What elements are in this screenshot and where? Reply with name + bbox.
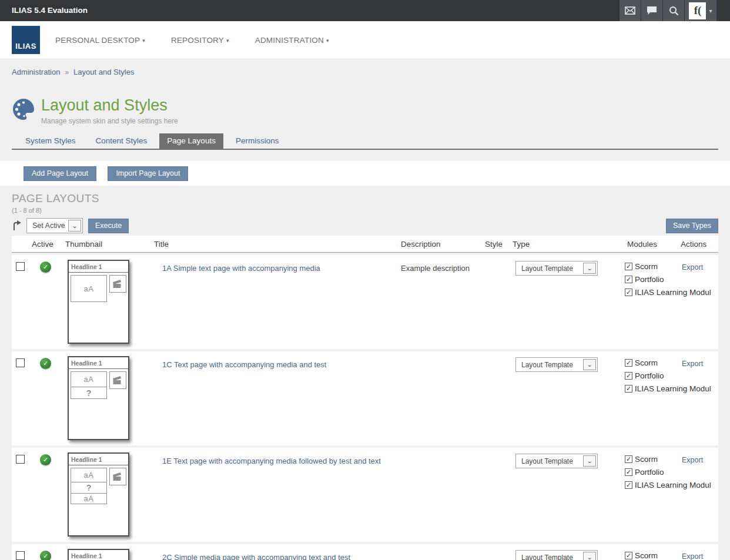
search-icon <box>669 6 679 16</box>
header-style: Style <box>479 236 508 252</box>
active-check-icon: ✓ <box>40 261 51 273</box>
module-item: ✓ILIAS Learning Modul <box>625 481 673 489</box>
tab-permissions[interactable]: Permissions <box>228 133 287 149</box>
question-block-icon: ? <box>71 482 107 494</box>
nav-administration[interactable]: ADMINISTRATION▾ <box>255 36 329 45</box>
bulk-action-select[interactable]: Set Active ⌄ <box>26 218 83 233</box>
breadcrumb-administration[interactable]: Administration <box>12 68 60 76</box>
type-select-value: Layout Template <box>516 454 582 468</box>
export-link[interactable]: Export <box>682 360 703 368</box>
table-row: ✓ Headline 1 aA?aA 1E Text page with acc… <box>12 448 718 542</box>
active-check-icon: ✓ <box>40 358 51 369</box>
layout-title-link[interactable]: 1C Text page with accompanying media and… <box>162 360 326 369</box>
module-checkbox[interactable]: ✓ <box>625 481 632 489</box>
module-checkbox[interactable]: ✓ <box>625 455 632 463</box>
module-checkbox[interactable]: ✓ <box>625 552 632 559</box>
layout-description <box>397 448 479 542</box>
text-block-icon: aA <box>71 493 107 504</box>
chat-button[interactable] <box>641 0 662 21</box>
nav-personal-desktop[interactable]: PERSONAL DESKTOP▾ <box>55 36 145 45</box>
system-title: ILIAS 5.4 Evaluation <box>12 6 88 15</box>
header-description: Description <box>397 236 479 252</box>
execute-button[interactable]: Execute <box>88 219 129 233</box>
export-link[interactable]: Export <box>682 263 703 271</box>
module-checkbox[interactable]: ✓ <box>625 359 632 367</box>
breadcrumb: Administration » Layout and Styles <box>0 59 730 85</box>
layout-thumbnail: Headline 1 aA <box>68 260 129 344</box>
type-select[interactable]: Layout Template ⌄ <box>515 261 598 276</box>
module-item: ✓ILIAS Learning Modul <box>625 288 673 297</box>
header-type: Type <box>508 236 620 252</box>
tab-content-styles[interactable]: Content Styles <box>88 133 155 149</box>
module-label: Scorm <box>635 358 658 367</box>
avatar: f( <box>689 2 706 19</box>
apply-to-selection-arrow-icon <box>12 220 22 231</box>
nav-repository[interactable]: REPOSITORY▾ <box>171 36 229 45</box>
layout-thumbnail: Headline 1 aA? <box>68 356 129 440</box>
tab-page-layouts[interactable]: Page Layouts <box>159 133 223 149</box>
module-checkbox[interactable]: ✓ <box>625 263 632 270</box>
palette-icon <box>12 98 35 121</box>
add-page-layout-button[interactable]: Add Page Layout <box>24 166 96 181</box>
header-thumbnail: Thumbnail <box>62 236 150 252</box>
chevron-down-icon: ⌄ <box>583 455 596 467</box>
type-select[interactable]: Layout Template ⌄ <box>515 550 598 560</box>
mail-button[interactable] <box>620 0 641 21</box>
module-checkbox[interactable]: ✓ <box>625 385 632 393</box>
header-title: Title <box>150 236 397 252</box>
table-body: ✓ Headline 1 aA 1A Simple text page with… <box>12 255 718 560</box>
search-button[interactable] <box>663 0 684 21</box>
breadcrumb-layout-and-styles[interactable]: Layout and Styles <box>73 68 134 76</box>
topbar-icon-group: f( ▾ <box>619 0 716 21</box>
module-checkbox[interactable]: ✓ <box>625 289 632 296</box>
chevron-down-icon: ▾ <box>142 38 145 43</box>
module-item: ✓Portfolio <box>625 468 673 477</box>
import-page-layout-button[interactable]: Import Page Layout <box>108 166 188 181</box>
chevron-down-icon: ⌄ <box>583 359 596 370</box>
layout-title-link[interactable]: 2C Simple media page with accompanying t… <box>162 553 350 560</box>
table-row: ✓ Headline 1 aA 1A Simple text page with… <box>12 255 718 349</box>
tab-system-styles[interactable]: System Styles <box>18 133 83 149</box>
chevron-down-icon: ▾ <box>709 8 712 14</box>
type-select[interactable]: Layout Template ⌄ <box>515 357 598 372</box>
layout-title-link[interactable]: 1E Text page with accompanying media fol… <box>162 457 381 465</box>
module-label: Portfolio <box>635 468 664 477</box>
row-select-checkbox[interactable] <box>16 551 25 560</box>
table-title: PAGE LAYOUTS <box>12 192 718 205</box>
layout-description: Example description <box>397 255 479 349</box>
layout-description <box>397 544 479 560</box>
layout-style-cell <box>479 544 508 560</box>
table-range: (1 - 8 of 8) <box>12 207 718 214</box>
module-checkbox[interactable]: ✓ <box>625 372 632 380</box>
row-select-checkbox[interactable] <box>16 262 25 271</box>
layout-thumbnail: Headline 1 aA?aA <box>68 452 129 536</box>
breadcrumb-separator: » <box>65 68 69 76</box>
module-item: ✓Portfolio <box>625 275 673 284</box>
layout-style-cell <box>479 351 508 445</box>
type-select[interactable]: Layout Template ⌄ <box>515 454 598 468</box>
layout-style-cell <box>479 448 508 542</box>
chevron-down-icon: ▾ <box>326 38 329 43</box>
layout-description <box>397 351 479 445</box>
page-layouts-table: Active Thumbnail Title Description Style… <box>12 236 718 560</box>
main-menu: PERSONAL DESKTOP▾ REPOSITORY▾ ADMINISTRA… <box>55 36 329 45</box>
ilias-page: ILIAS 5.4 Evaluation f( ▾ ILIAS PERSONAL… <box>0 0 730 560</box>
text-block-icon: aA <box>71 275 107 302</box>
table-row: ✓ Headline 1 aA? 1C Text page with accom… <box>12 351 718 445</box>
module-item: ✓Scorm <box>625 455 673 464</box>
user-menu-button[interactable]: f( ▾ <box>685 0 716 21</box>
page-subtitle: Manage system skin and style settings he… <box>41 117 178 125</box>
save-types-button[interactable]: Save Types <box>666 219 718 233</box>
bulk-action-value: Set Active <box>27 219 67 233</box>
export-link[interactable]: Export <box>682 456 703 464</box>
module-item: ✓ILIAS Learning Modul <box>625 384 673 393</box>
header-select <box>12 236 28 252</box>
active-check-icon: ✓ <box>40 454 51 465</box>
ilias-logo[interactable]: ILIAS <box>12 26 40 54</box>
layout-title-link[interactable]: 1A Simple text page with accompanying me… <box>162 264 320 273</box>
row-select-checkbox[interactable] <box>16 455 25 464</box>
module-checkbox[interactable]: ✓ <box>625 276 632 283</box>
module-checkbox[interactable]: ✓ <box>625 468 632 476</box>
row-select-checkbox[interactable] <box>16 358 25 367</box>
export-link[interactable]: Export <box>682 552 703 560</box>
